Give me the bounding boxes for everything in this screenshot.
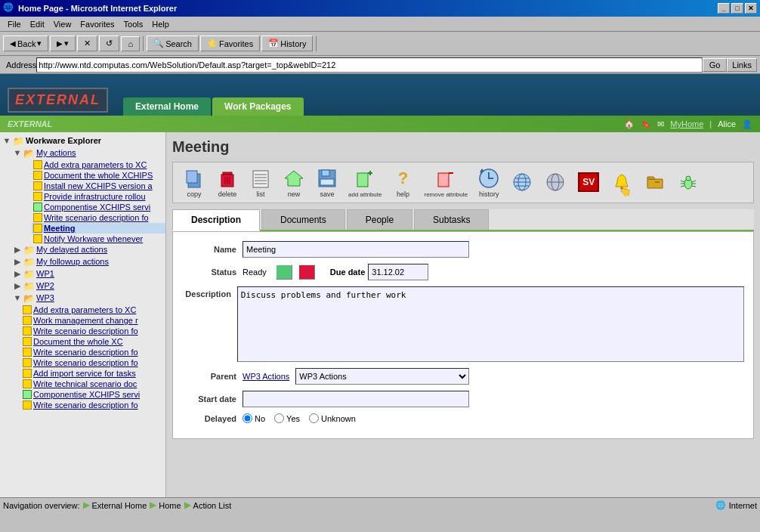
forward-button[interactable]: ▶ ▾ bbox=[50, 36, 76, 51]
sidebar-action-0[interactable]: Add extra parameters to XC bbox=[32, 159, 165, 170]
status-green-button[interactable] bbox=[276, 264, 292, 280]
maximize-button[interactable]: □ bbox=[731, 3, 743, 14]
menu-tools[interactable]: Tools bbox=[119, 18, 148, 30]
delayed-label: Delayed bbox=[182, 414, 243, 423]
description-textarea[interactable]: Discuss problems and further work bbox=[237, 286, 744, 362]
favorites-button[interactable]: ⭐ Favorites bbox=[200, 36, 260, 51]
wp3-action-0[interactable]: Add extra parameters to XC bbox=[21, 305, 165, 315]
add-attribute-button[interactable]: add attribute bbox=[345, 166, 385, 200]
menu-file[interactable]: File bbox=[3, 18, 26, 30]
app-container: EXTERNAL External Home Work Packages EXT… bbox=[0, 74, 760, 497]
copy-icon bbox=[182, 167, 206, 190]
tab-description[interactable]: Description bbox=[172, 209, 260, 231]
wp2-folder-icon: 📁 bbox=[23, 281, 35, 292]
search-button[interactable]: 🔍 Search bbox=[147, 36, 199, 51]
menu-edit[interactable]: Edit bbox=[26, 18, 49, 30]
new-button[interactable]: new bbox=[279, 165, 309, 200]
parent-link[interactable]: WP3 Actions bbox=[243, 372, 289, 381]
tab-documents[interactable]: Documents bbox=[261, 209, 345, 230]
my-home-link[interactable]: MyHome bbox=[670, 119, 703, 128]
wp3-action-7[interactable]: Write technical scenario doc bbox=[21, 379, 165, 389]
sidebar-item-delayed-actions[interactable]: ▶ 📁 My delayed actions bbox=[11, 244, 165, 256]
menu-help[interactable]: Help bbox=[147, 18, 174, 30]
wp3-action-9[interactable]: Write scenario description fo bbox=[21, 400, 165, 410]
minimize-button[interactable]: _ bbox=[718, 3, 730, 14]
tab-people[interactable]: People bbox=[347, 209, 412, 230]
svg-rect-15 bbox=[320, 179, 334, 185]
bug-icon bbox=[676, 171, 700, 193]
links-button[interactable]: Links bbox=[727, 58, 757, 72]
action-icon-7 bbox=[33, 234, 42, 243]
start-date-input[interactable] bbox=[243, 391, 469, 407]
wp3-action-4[interactable]: Write scenario description fo bbox=[21, 347, 165, 357]
menu-view[interactable]: View bbox=[49, 18, 76, 30]
sidebar-item-wp3[interactable]: ▼ 📂 WP3 bbox=[11, 292, 165, 305]
save-button[interactable]: save bbox=[312, 165, 342, 200]
folder-button[interactable] bbox=[640, 169, 670, 196]
sidebar-action-2[interactable]: Install new XCHIPS version a bbox=[32, 181, 165, 191]
menu-favorites[interactable]: Favorites bbox=[76, 18, 119, 30]
nav-tab-work-packages[interactable]: Work Packages bbox=[212, 97, 304, 116]
copy-button[interactable]: copy bbox=[179, 165, 209, 200]
sidebar-action-4[interactable]: Componentise XCHIPS servi bbox=[32, 202, 165, 212]
detail-tabs: Description Documents People Subtasks bbox=[172, 209, 754, 231]
wp3-action-1[interactable]: Work management change r bbox=[21, 315, 165, 326]
toolbar-separator bbox=[143, 36, 144, 51]
help-button[interactable]: ? help bbox=[388, 165, 418, 200]
sidebar-action-6[interactable]: Meeting bbox=[32, 223, 165, 234]
sidebar-item-followup-actions[interactable]: ▶ 📁 My followup actions bbox=[11, 256, 165, 268]
globe1-button[interactable] bbox=[507, 169, 537, 196]
bell-button[interactable]: 👆 bbox=[607, 169, 637, 196]
delayed-yes-option[interactable]: Yes bbox=[274, 413, 300, 423]
page-title: Meeting bbox=[172, 138, 754, 156]
history-button[interactable]: history bbox=[474, 165, 504, 200]
wp3-action-5[interactable]: Write scenario description fo bbox=[21, 357, 165, 368]
back-arrow-icon: ◀ bbox=[10, 39, 16, 48]
refresh-button[interactable]: ↺ bbox=[99, 36, 119, 51]
delayed-yes-radio[interactable] bbox=[274, 413, 284, 423]
status-red-button[interactable] bbox=[298, 264, 315, 280]
parent-select[interactable]: WP3 Actions bbox=[295, 368, 469, 385]
bug-button[interactable] bbox=[673, 169, 703, 196]
list-button[interactable]: list bbox=[246, 165, 276, 200]
sidebar-item-wp1[interactable]: ▶ 📁 WP1 bbox=[11, 268, 165, 280]
wp3-action-8[interactable]: Componentise XCHIPS servi bbox=[21, 389, 165, 400]
close-button[interactable]: ✕ bbox=[745, 3, 757, 14]
wp3-action-icon-6 bbox=[23, 369, 32, 378]
name-input[interactable] bbox=[243, 241, 469, 258]
sidebar: ▼ 📁 Workware Explorer ▼ 📂 My actions Add… bbox=[0, 132, 166, 497]
action-icon-3 bbox=[33, 192, 42, 201]
tab-subtasks[interactable]: Subtasks bbox=[414, 209, 489, 230]
go-button[interactable]: Go bbox=[703, 58, 728, 72]
delayed-no-radio[interactable] bbox=[243, 413, 252, 423]
breadcrumb-arrow-2: ▶ bbox=[150, 500, 156, 510]
history-button[interactable]: 📅 History bbox=[261, 36, 313, 51]
wp3-action-2[interactable]: Write scenario description fo bbox=[21, 326, 165, 336]
sidebar-item-my-actions[interactable]: ▼ 📂 My actions bbox=[11, 147, 165, 159]
delayed-unknown-radio[interactable] bbox=[309, 413, 319, 423]
sidebar-action-5[interactable]: Write scenario description fo bbox=[32, 212, 165, 223]
address-input[interactable] bbox=[36, 57, 702, 73]
svg-rect-14 bbox=[322, 170, 329, 176]
globe2-button[interactable] bbox=[540, 169, 570, 196]
nav-tab-external-home[interactable]: External Home bbox=[123, 97, 211, 116]
globe1-icon bbox=[510, 171, 534, 193]
delete-button[interactable]: delete bbox=[212, 165, 243, 200]
due-date-input[interactable] bbox=[368, 264, 428, 280]
stop-button[interactable]: ✕ bbox=[77, 36, 97, 51]
sidebar-action-7[interactable]: Notify Workware whenever bbox=[32, 234, 165, 244]
sidebar-action-1[interactable]: Document the whole XCHIPS bbox=[32, 170, 165, 181]
sidebar-item-wp2[interactable]: ▶ 📁 WP2 bbox=[11, 280, 165, 292]
home-button[interactable]: ⌂ bbox=[121, 36, 140, 51]
sv-button[interactable]: SV bbox=[573, 171, 604, 194]
wp3-action-3[interactable]: Document the whole XC bbox=[21, 336, 165, 347]
sidebar-action-3[interactable]: Provide infrastructure rollou bbox=[32, 191, 165, 202]
wp3-items: Add extra parameters to XC Work manageme… bbox=[11, 305, 165, 410]
delayed-unknown-option[interactable]: Unknown bbox=[309, 413, 356, 423]
delayed-no-option[interactable]: No bbox=[243, 413, 265, 423]
status-group: Ready bbox=[243, 264, 315, 280]
remove-attribute-button[interactable]: remove attribute bbox=[421, 166, 471, 200]
back-button[interactable]: ◀ Back ▾ bbox=[3, 36, 48, 51]
wp3-action-6[interactable]: Add import service for tasks bbox=[21, 368, 165, 379]
new-icon bbox=[282, 167, 306, 190]
